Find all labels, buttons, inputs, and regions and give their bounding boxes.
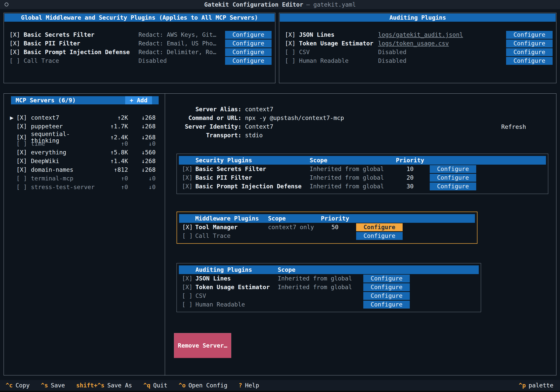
checkbox[interactable]: [X] [16,114,31,121]
add-server-button[interactable]: + Add [125,96,152,104]
checkbox[interactable]: [X] [182,183,195,190]
refresh-button[interactable]: Refresh [500,123,528,130]
configure-button[interactable]: Configure [430,174,476,182]
shortcut-key: ^p [519,382,526,389]
plugin-name: Token Usage Estimator [299,40,374,47]
statusbar-action-save[interactable]: ^sSave [41,382,65,389]
plugin-scope: Inherited from global [278,284,363,290]
checkbox[interactable]: [ ] [16,175,31,182]
configure-button[interactable]: Configure [356,232,403,240]
checkbox[interactable]: [X] [16,166,31,173]
checkbox[interactable]: [ ] [16,140,31,147]
checkbox[interactable]: [X] [182,284,195,290]
checkbox[interactable]: [X] [182,275,195,282]
server-list-item[interactable]: [X]everything↑5.8K↓560 [4,148,165,157]
plugin-name: Basic Prompt Injection Defense [195,183,310,190]
statusbar-action-copy[interactable]: ^cCopy [6,382,30,389]
configure-button[interactable]: Configure [363,301,410,309]
tokens-down-count: ↓0 [128,175,156,182]
configure-button[interactable]: Configure [225,48,272,56]
tokens-up-count: ↑0 [95,140,128,147]
server-name: stress-test-server [31,184,95,190]
table-row: [X]Token Usage EstimatorInherited from g… [177,283,481,291]
plugin-detail: Disabled [138,57,225,64]
checkbox[interactable]: [X] [285,40,296,47]
server-list-item[interactable]: [ ]terminal-mcp↑0↓0 [4,174,165,183]
statusbar-action-save-as[interactable]: shift+^sSave As [76,382,132,389]
server-list-item[interactable]: [X]domain-names↑812↓268 [4,165,165,174]
server-list-item[interactable]: [X]puppeteer↑1.7K↓268 [4,122,165,131]
configure-button[interactable]: Configure [225,57,272,65]
plugin-priority: 10 [392,166,428,172]
configure-button[interactable]: Configure [356,223,403,231]
configure-button[interactable]: Configure [506,40,553,47]
window-title: Gatekit Configuration Editor— gatekit.ya… [204,1,356,8]
checkbox[interactable]: [ ] [182,232,195,239]
table-row: [X]Tool Managercontext7 only50Configure [177,223,477,231]
configure-button[interactable]: Configure [363,292,410,300]
checkbox[interactable]: [ ] [285,49,296,55]
server-detail-panel: Server Alias:context7Command or URL:npx … [165,94,556,375]
configure-button[interactable]: Configure [430,182,476,190]
statusbar-action-quit[interactable]: ^qQuit [143,382,167,389]
checkbox[interactable]: [ ] [16,184,31,190]
table-header-priority: Priority [321,215,349,222]
configure-button[interactable]: Configure [506,31,553,39]
statusbar-action-help[interactable]: ?Help [239,382,259,389]
server-list-item[interactable]: [X]DeepWiki↑1.4K↓268 [4,157,165,165]
checkbox[interactable]: [X] [182,174,195,181]
global-plugins-rows: [X]Basic Secrets FilterRedact: AWS Keys,… [4,30,275,65]
plugin-name: Token Usage Estimator [195,284,278,290]
plugin-row: [ ]Call TraceDisabledConfigure [4,56,275,65]
plugin-detail: Disabled [378,57,506,64]
statusbar-action-open-config[interactable]: ^oOpen Config [179,382,227,389]
plugin-detail: Redact: Delimiter, Ro… [138,49,225,55]
configure-button[interactable]: Configure [430,165,476,173]
checkbox[interactable]: [ ] [9,57,20,64]
plugin-priority: 20 [392,174,428,181]
checkbox[interactable]: [X] [182,166,195,172]
checkbox[interactable]: [X] [9,40,20,47]
checkbox[interactable]: [X] [16,134,31,141]
configure-button[interactable]: Configure [506,57,553,65]
statusbar-action-palette[interactable]: ^ppalette [519,382,553,389]
server-list-item[interactable]: [ ]time↑0↓0 [4,139,165,148]
configure-button[interactable]: Configure [225,40,272,47]
configure-button[interactable]: Configure [363,275,410,283]
server-list-item[interactable]: [ ]stress-test-server↑0↓0 [4,183,165,191]
middleware-plugins-table: Middleware PluginsScopePriority[X]Tool M… [177,212,477,244]
checkbox[interactable]: [X] [16,158,31,164]
plugin-name: CSV [299,49,310,55]
shortcut-key: ^o [179,382,186,389]
checkbox[interactable]: [ ] [285,57,296,64]
checkbox[interactable]: [ ] [182,292,195,299]
log-path-link[interactable]: logs/token_usage.csv [378,40,506,47]
field-label: Transport: [165,132,241,139]
server-list-item[interactable]: [X]sequential-thinking↑2.4K↓268 [4,131,165,139]
log-path-link[interactable]: logs/gatekit_audit.jsonl [378,31,506,38]
checkbox[interactable]: [X] [285,31,296,38]
server-field-row: Server Identity:Context7 [165,122,556,131]
plugin-name: Basic Secrets Filter [24,31,95,38]
table-header-scope: Scope [278,266,363,273]
plugin-row: [X]Basic Prompt Injection DefenseRedact:… [4,48,275,56]
remove-server-button[interactable]: Remove Server… [174,333,231,358]
table-header: Middleware PluginsScopePriority [179,214,475,223]
checkbox[interactable]: [X] [16,123,31,130]
checkbox[interactable]: [X] [9,31,20,38]
checkbox[interactable]: [X] [182,224,195,230]
plugin-priority: 50 [321,224,349,230]
checkbox[interactable]: [ ] [182,301,195,308]
server-field-row: Server Alias:context7 [165,105,556,114]
checkbox[interactable]: [X] [9,49,20,55]
server-name: everything [31,149,95,156]
configure-button[interactable]: Configure [225,31,272,39]
plugin-detail: Redact: Email, US Pho… [138,40,225,47]
window-circle-icon[interactable] [5,3,8,6]
configure-button[interactable]: Configure [506,48,553,56]
checkbox[interactable]: [X] [16,149,31,156]
configure-button[interactable]: Configure [363,283,410,291]
server-name: domain-names [31,166,95,173]
plugin-name: JSON Lines [195,275,278,282]
server-list-item[interactable]: ▶[X]context7↑2K↓268 [4,113,165,122]
